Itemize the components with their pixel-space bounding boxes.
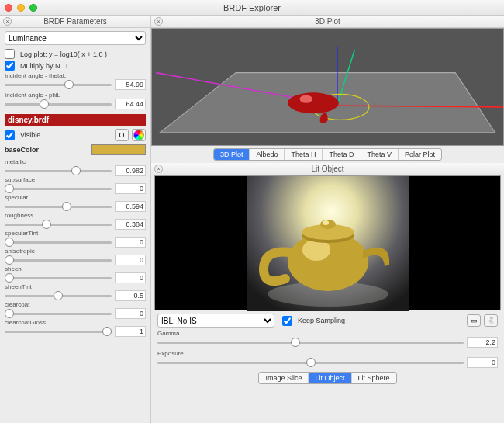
param-slider-roughness[interactable] — [5, 220, 112, 229]
param-label: subsurface — [5, 176, 146, 183]
param-label: anisotropic — [5, 248, 146, 255]
3d-plot-pane: × 3D Plot 3D PlotAlbedoTheta HTheta DTh — [151, 16, 504, 163]
brdf-parameters-pane: × BRDF Parameters Luminance Log plot: y … — [0, 16, 151, 423]
3d-plot-viewport[interactable] — [151, 28, 504, 146]
param-value: 0 — [115, 308, 146, 319]
basecolor-label: baseColor — [5, 146, 39, 154]
param-value: 0.5 — [115, 290, 146, 301]
svg-point-6 — [288, 92, 339, 113]
multiply-nl-checkbox[interactable] — [5, 61, 15, 71]
pane-header-params: × BRDF Parameters — [0, 16, 150, 28]
3d-plot-tabs: 3D PlotAlbedoTheta HTheta DTheta VPolar … — [213, 148, 442, 161]
param-value: 0 — [115, 272, 146, 283]
phi-l-label: Incident angle - phiL — [5, 92, 146, 99]
param-slider-clearcoatGloss[interactable] — [5, 327, 112, 336]
close-pane-icon[interactable]: × — [3, 17, 12, 26]
tab-theta-v[interactable]: Theta V — [361, 149, 399, 160]
phi-l-slider[interactable] — [5, 99, 112, 109]
pane-title: 3D Plot — [315, 17, 340, 26]
visible-label: Visible — [20, 131, 40, 139]
log-plot-label: Log plot: y = log10( x + 1.0 ) — [20, 50, 107, 58]
tab-image-slice[interactable]: Image Slice — [259, 373, 309, 383]
param-value: 0.982 — [115, 165, 146, 176]
param-value: 1 — [115, 326, 146, 337]
solo-button[interactable]: O — [115, 129, 129, 141]
lit-object-pane: × Lit Object — [151, 163, 504, 423]
param-label: clearcoatGloss — [5, 319, 146, 326]
tab-3d-plot[interactable]: 3D Plot — [214, 149, 250, 160]
pane-header-3dplot: × 3D Plot — [151, 16, 504, 28]
ibl-select[interactable]: IBL: No IS — [157, 314, 274, 328]
param-value: 0 — [115, 255, 146, 265]
param-label: clearcoat — [5, 301, 146, 308]
model-button[interactable]: 🐇 — [484, 314, 498, 327]
param-slider-subsurface[interactable] — [5, 184, 112, 193]
window-title: BRDF Explorer — [0, 3, 504, 12]
gamma-slider[interactable] — [157, 338, 464, 347]
svg-point-14 — [323, 220, 329, 225]
close-pane-icon[interactable]: × — [154, 165, 163, 173]
param-label: specular — [5, 194, 146, 201]
basecolor-swatch[interactable] — [91, 144, 146, 155]
keep-sampling-checkbox[interactable] — [282, 316, 292, 326]
phi-l-value: 64.44 — [115, 99, 146, 109]
save-image-button[interactable]: ▭ — [467, 314, 481, 327]
lit-object-viewport[interactable] — [154, 175, 501, 310]
theta-l-value: 54.99 — [115, 79, 146, 90]
param-slider-sheen[interactable] — [5, 273, 112, 283]
tab-albedo[interactable]: Albedo — [250, 149, 285, 160]
theta-l-slider[interactable] — [5, 80, 112, 89]
param-slider-metallic[interactable] — [5, 166, 112, 175]
lit-object-tabs: Image SliceLit ObjectLit Sphere — [258, 372, 396, 384]
tab-lit-sphere[interactable]: Lit Sphere — [352, 373, 396, 383]
exposure-label: Exposure — [157, 350, 498, 357]
svg-point-7 — [299, 95, 312, 102]
window-titlebar: BRDF Explorer — [0, 0, 504, 16]
svg-point-13 — [320, 220, 336, 229]
pane-header-litobject: × Lit Object — [151, 163, 504, 175]
pane-title: Lit Object — [311, 165, 343, 173]
param-label: sheen — [5, 265, 146, 272]
exposure-value: 0 — [467, 357, 498, 368]
tab-theta-d[interactable]: Theta D — [323, 149, 361, 160]
tab-polar-plot[interactable]: Polar Plot — [399, 149, 441, 160]
pane-title: BRDF Parameters — [43, 17, 107, 26]
visible-checkbox[interactable] — [5, 130, 15, 140]
multiply-nl-label: Multiply by N . L — [20, 62, 70, 70]
param-label: metallic — [5, 158, 146, 165]
gamma-value: 2.2 — [467, 337, 498, 348]
tab-lit-object[interactable]: Lit Object — [309, 373, 351, 383]
param-value: 0.594 — [115, 201, 146, 212]
param-value: 0 — [115, 183, 146, 194]
param-slider-clearcoat[interactable] — [5, 309, 112, 318]
param-slider-anisotropic[interactable] — [5, 255, 112, 265]
brdf-file-header: disney.brdf — [5, 114, 146, 126]
close-pane-icon[interactable]: × — [154, 17, 163, 26]
color-picker-button[interactable] — [132, 129, 146, 141]
param-slider-specular[interactable] — [5, 202, 112, 211]
theta-l-label: Incident angle - thetaL — [5, 72, 146, 79]
color-wheel-icon — [133, 130, 144, 140]
param-slider-specularTint[interactable] — [5, 238, 112, 247]
param-value: 0 — [115, 237, 146, 248]
param-label: sheenTint — [5, 283, 146, 290]
log-plot-checkbox[interactable] — [5, 49, 15, 59]
param-value: 0.384 — [115, 219, 146, 230]
channel-select[interactable]: Luminance — [5, 31, 146, 45]
param-slider-sheenTint[interactable] — [5, 291, 112, 300]
keep-sampling-label: Keep Sampling — [298, 317, 345, 324]
param-label: roughness — [5, 212, 146, 219]
tab-theta-h[interactable]: Theta H — [285, 149, 323, 160]
gamma-label: Gamma — [157, 330, 498, 337]
exposure-slider[interactable] — [157, 358, 464, 367]
param-label: specularTint — [5, 230, 146, 237]
